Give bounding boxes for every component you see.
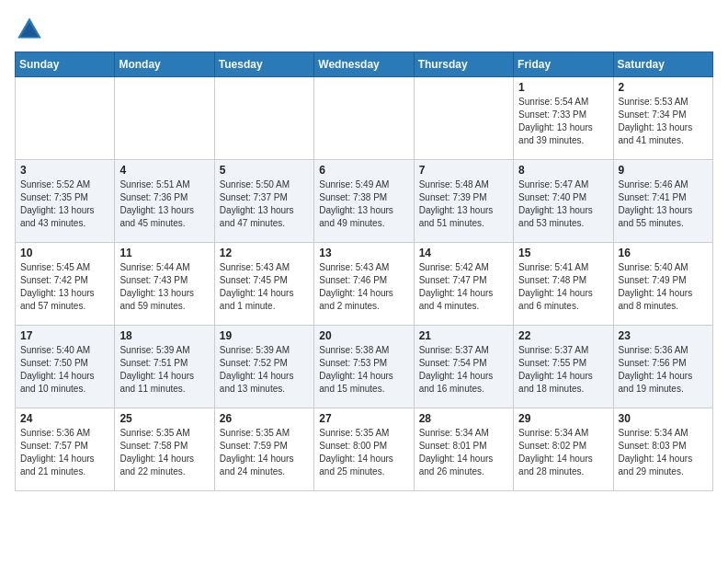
day-info: Sunrise: 5:36 AMSunset: 7:56 PMDaylight:… <box>619 344 708 396</box>
weekday-header-sunday: Sunday <box>16 52 115 77</box>
calendar-cell: 12Sunrise: 5:43 AMSunset: 7:45 PMDayligh… <box>214 243 313 326</box>
calendar-table: SundayMondayTuesdayWednesdayThursdayFrid… <box>15 52 713 491</box>
day-info: Sunrise: 5:42 AMSunset: 7:47 PMDaylight:… <box>419 261 508 313</box>
calendar-cell <box>314 77 414 160</box>
calendar-week-row: 10Sunrise: 5:45 AMSunset: 7:42 PMDayligh… <box>16 243 713 326</box>
day-number: 14 <box>419 247 508 259</box>
calendar-cell: 10Sunrise: 5:45 AMSunset: 7:42 PMDayligh… <box>16 243 115 326</box>
weekday-header-thursday: Thursday <box>414 52 513 77</box>
day-info: Sunrise: 5:44 AMSunset: 7:43 PMDaylight:… <box>119 261 209 313</box>
day-info: Sunrise: 5:37 AMSunset: 7:54 PMDaylight:… <box>419 344 508 396</box>
day-info: Sunrise: 5:37 AMSunset: 7:55 PMDaylight:… <box>518 344 608 396</box>
calendar-cell: 29Sunrise: 5:34 AMSunset: 8:02 PMDayligh… <box>514 408 613 491</box>
logo-icon <box>15 15 44 44</box>
calendar-cell: 30Sunrise: 5:34 AMSunset: 8:03 PMDayligh… <box>613 408 712 491</box>
day-number: 30 <box>619 412 708 425</box>
day-number: 6 <box>319 164 408 177</box>
calendar-cell: 4Sunrise: 5:51 AMSunset: 7:36 PMDaylight… <box>115 160 214 243</box>
calendar-header-row: SundayMondayTuesdayWednesdayThursdayFrid… <box>16 52 713 77</box>
day-number: 12 <box>220 247 309 259</box>
calendar-week-row: 24Sunrise: 5:36 AMSunset: 7:57 PMDayligh… <box>16 408 713 491</box>
day-info: Sunrise: 5:34 AMSunset: 8:02 PMDaylight:… <box>518 427 608 478</box>
calendar-cell: 11Sunrise: 5:44 AMSunset: 7:43 PMDayligh… <box>115 243 214 326</box>
weekday-header-friday: Friday <box>514 52 613 77</box>
day-number: 23 <box>619 329 708 342</box>
weekday-header-monday: Monday <box>115 52 214 77</box>
calendar-week-row: 17Sunrise: 5:40 AMSunset: 7:50 PMDayligh… <box>16 326 713 408</box>
day-number: 16 <box>619 247 708 259</box>
calendar-cell: 23Sunrise: 5:36 AMSunset: 7:56 PMDayligh… <box>613 326 712 408</box>
calendar-cell: 27Sunrise: 5:35 AMSunset: 8:00 PMDayligh… <box>314 408 414 491</box>
day-number: 26 <box>220 412 309 425</box>
calendar-cell: 5Sunrise: 5:50 AMSunset: 7:37 PMDaylight… <box>214 160 313 243</box>
day-info: Sunrise: 5:54 AMSunset: 7:33 PMDaylight:… <box>518 96 608 147</box>
day-info: Sunrise: 5:45 AMSunset: 7:42 PMDaylight:… <box>20 261 109 313</box>
calendar-cell: 20Sunrise: 5:38 AMSunset: 7:53 PMDayligh… <box>314 326 414 408</box>
calendar-cell: 16Sunrise: 5:40 AMSunset: 7:49 PMDayligh… <box>613 243 712 326</box>
calendar-cell: 19Sunrise: 5:39 AMSunset: 7:52 PMDayligh… <box>214 326 313 408</box>
calendar-cell: 28Sunrise: 5:34 AMSunset: 8:01 PMDayligh… <box>414 408 513 491</box>
day-info: Sunrise: 5:49 AMSunset: 7:38 PMDaylight:… <box>319 178 408 230</box>
day-info: Sunrise: 5:52 AMSunset: 7:35 PMDaylight:… <box>20 178 109 230</box>
calendar-cell: 7Sunrise: 5:48 AMSunset: 7:39 PMDaylight… <box>414 160 513 243</box>
day-info: Sunrise: 5:35 AMSunset: 8:00 PMDaylight:… <box>319 427 408 478</box>
calendar-cell: 22Sunrise: 5:37 AMSunset: 7:55 PMDayligh… <box>514 326 613 408</box>
day-number: 1 <box>518 81 608 94</box>
day-number: 8 <box>518 164 608 177</box>
day-number: 10 <box>20 247 109 259</box>
day-number: 17 <box>20 329 109 342</box>
calendar-cell: 18Sunrise: 5:39 AMSunset: 7:51 PMDayligh… <box>115 326 214 408</box>
calendar-cell: 17Sunrise: 5:40 AMSunset: 7:50 PMDayligh… <box>16 326 115 408</box>
calendar-cell: 15Sunrise: 5:41 AMSunset: 7:48 PMDayligh… <box>514 243 613 326</box>
day-info: Sunrise: 5:43 AMSunset: 7:45 PMDaylight:… <box>220 261 309 313</box>
day-number: 25 <box>119 412 209 425</box>
calendar-cell: 1Sunrise: 5:54 AMSunset: 7:33 PMDaylight… <box>514 77 613 160</box>
day-number: 21 <box>419 329 508 342</box>
day-number: 29 <box>518 412 608 425</box>
calendar-cell: 9Sunrise: 5:46 AMSunset: 7:41 PMDaylight… <box>613 160 712 243</box>
weekday-header-tuesday: Tuesday <box>214 52 313 77</box>
day-number: 15 <box>518 247 608 259</box>
day-info: Sunrise: 5:40 AMSunset: 7:50 PMDaylight:… <box>20 344 109 396</box>
day-number: 9 <box>619 164 708 177</box>
day-info: Sunrise: 5:46 AMSunset: 7:41 PMDaylight:… <box>619 178 708 230</box>
day-number: 22 <box>518 329 608 342</box>
calendar-cell <box>16 77 115 160</box>
day-number: 11 <box>119 247 209 259</box>
page-header <box>15 15 713 44</box>
day-number: 3 <box>20 164 109 177</box>
day-number: 18 <box>119 329 209 342</box>
day-info: Sunrise: 5:35 AMSunset: 7:59 PMDaylight:… <box>220 427 309 478</box>
day-info: Sunrise: 5:50 AMSunset: 7:37 PMDaylight:… <box>220 178 309 230</box>
day-info: Sunrise: 5:47 AMSunset: 7:40 PMDaylight:… <box>518 178 608 230</box>
day-info: Sunrise: 5:36 AMSunset: 7:57 PMDaylight:… <box>20 427 109 478</box>
day-info: Sunrise: 5:35 AMSunset: 7:58 PMDaylight:… <box>119 427 209 478</box>
calendar-week-row: 3Sunrise: 5:52 AMSunset: 7:35 PMDaylight… <box>16 160 713 243</box>
calendar-cell: 13Sunrise: 5:43 AMSunset: 7:46 PMDayligh… <box>314 243 414 326</box>
day-number: 19 <box>220 329 309 342</box>
calendar-cell: 8Sunrise: 5:47 AMSunset: 7:40 PMDaylight… <box>514 160 613 243</box>
day-number: 7 <box>419 164 508 177</box>
calendar-cell <box>115 77 214 160</box>
day-number: 4 <box>119 164 209 177</box>
calendar-cell: 6Sunrise: 5:49 AMSunset: 7:38 PMDaylight… <box>314 160 414 243</box>
day-info: Sunrise: 5:41 AMSunset: 7:48 PMDaylight:… <box>518 261 608 313</box>
day-info: Sunrise: 5:34 AMSunset: 8:01 PMDaylight:… <box>419 427 508 478</box>
day-number: 13 <box>319 247 408 259</box>
day-info: Sunrise: 5:39 AMSunset: 7:51 PMDaylight:… <box>119 344 209 396</box>
day-number: 20 <box>319 329 408 342</box>
calendar-cell: 3Sunrise: 5:52 AMSunset: 7:35 PMDaylight… <box>16 160 115 243</box>
weekday-header-saturday: Saturday <box>613 52 712 77</box>
calendar-cell <box>414 77 513 160</box>
calendar-cell: 26Sunrise: 5:35 AMSunset: 7:59 PMDayligh… <box>214 408 313 491</box>
day-number: 5 <box>220 164 309 177</box>
day-info: Sunrise: 5:43 AMSunset: 7:46 PMDaylight:… <box>319 261 408 313</box>
calendar-cell: 25Sunrise: 5:35 AMSunset: 7:58 PMDayligh… <box>115 408 214 491</box>
weekday-header-wednesday: Wednesday <box>314 52 414 77</box>
calendar-cell: 21Sunrise: 5:37 AMSunset: 7:54 PMDayligh… <box>414 326 513 408</box>
day-number: 28 <box>419 412 508 425</box>
logo <box>15 15 48 44</box>
calendar-week-row: 1Sunrise: 5:54 AMSunset: 7:33 PMDaylight… <box>16 77 713 160</box>
day-info: Sunrise: 5:38 AMSunset: 7:53 PMDaylight:… <box>319 344 408 396</box>
calendar-cell: 14Sunrise: 5:42 AMSunset: 7:47 PMDayligh… <box>414 243 513 326</box>
